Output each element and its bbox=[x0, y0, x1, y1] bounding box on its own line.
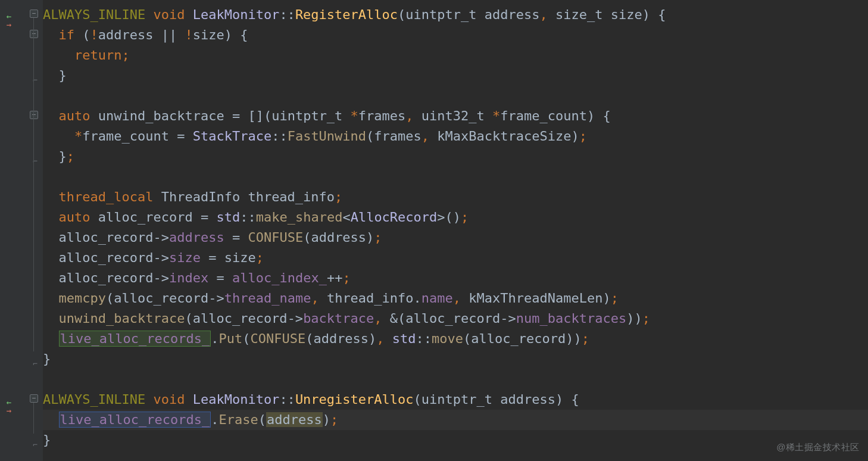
highlighted-field: live_alloc_records_ bbox=[59, 331, 211, 347]
fold-end-icon: ⌐ bbox=[30, 151, 40, 172]
fold-toggle-icon[interactable]: − bbox=[30, 30, 38, 38]
vcs-outgoing-icon: → bbox=[4, 400, 14, 420]
code-viewport[interactable]: ALWAYS_INLINE void LeakMonitor::Register… bbox=[43, 0, 868, 461]
highlighted-field: live_alloc_records_ bbox=[59, 412, 211, 428]
fold-toggle-icon[interactable]: − bbox=[30, 394, 38, 403]
code-editor[interactable]: ← → − − ⌐ − ⌐ ⌐ ← → − ⌐ ALWAYS_INLINE vo… bbox=[0, 0, 868, 461]
highlighted-token: address bbox=[266, 412, 323, 427]
fold-guide bbox=[33, 403, 34, 434]
function-token: RegisterAlloc bbox=[295, 7, 398, 22]
class-token: LeakMonitor bbox=[193, 7, 280, 22]
fold-end-icon: ⌐ bbox=[30, 354, 40, 374]
keyword-token: void bbox=[153, 7, 185, 22]
gutter: ← → − − ⌐ − ⌐ ⌐ ← → − ⌐ bbox=[0, 0, 43, 461]
fold-toggle-icon[interactable]: − bbox=[30, 10, 38, 18]
fold-toggle-icon[interactable]: − bbox=[30, 111, 38, 119]
fold-end-icon: ⌐ bbox=[30, 70, 40, 91]
vcs-outgoing-icon: → bbox=[4, 14, 14, 35]
source-code[interactable]: ALWAYS_INLINE void LeakMonitor::Register… bbox=[43, 0, 868, 450]
fold-end-icon: ⌐ bbox=[30, 435, 40, 455]
fold-guide bbox=[33, 18, 34, 351]
macro-token: ALWAYS_INLINE bbox=[43, 7, 145, 22]
